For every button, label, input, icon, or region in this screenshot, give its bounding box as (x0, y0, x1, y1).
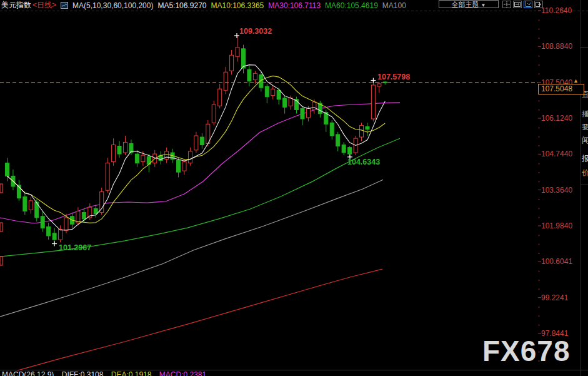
price-up-arrow-icon: ▲ (573, 78, 579, 84)
candlestick-chart[interactable] (0, 0, 588, 376)
current-price-box: 107.5048 (538, 84, 584, 94)
trading-app-window: 美元指数 <日线> MA(5,10,30,60,100,200) MA5:106… (0, 0, 588, 376)
annotation-mid-low: 104.6343 (347, 158, 380, 166)
diff-value: DIFF:0.3108 (62, 370, 104, 376)
annotation-last-high: 107.5798 (377, 73, 410, 81)
annotation-peak-high: 109.3032 (239, 27, 272, 36)
macd-indicator-row: MACD(26,12,9) DIFF:0.3108 DEA:0.1918 MAC… (2, 370, 212, 376)
annotation-first-low: 101.2967 (59, 243, 91, 252)
watermark: FX678 (482, 334, 571, 368)
macd-value: MACD:0.2381 (159, 370, 206, 376)
dea-value: DEA:0.1918 (111, 370, 152, 376)
macd-settings-label[interactable]: MACD(26,12,9) (2, 370, 54, 376)
